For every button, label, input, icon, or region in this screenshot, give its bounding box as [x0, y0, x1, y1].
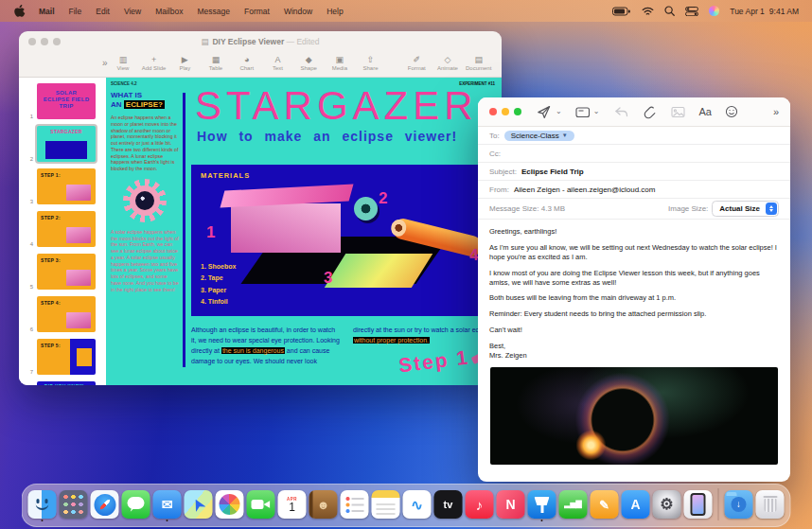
toolbar-button-label: Add Slide [142, 65, 167, 71]
emoji-button[interactable] [725, 105, 738, 118]
slide-thumbnail[interactable]: STEP 5: [37, 339, 96, 375]
dock-icon-calendar[interactable]: APR 1 [277, 490, 308, 522]
slide-thumbnail[interactable]: STEP 4: [37, 296, 96, 332]
toolbar-button-icon: ▤ [474, 55, 483, 64]
send-options-chevron-icon[interactable]: ⌄ [556, 109, 562, 115]
menu-item-app-mail[interactable]: Mail [39, 7, 55, 16]
mail-message-body[interactable]: Greetings, earthlings!As I'm sure you al… [478, 220, 790, 482]
subject-field[interactable]: Subject: Eclipse Field Trip [478, 163, 790, 181]
slide-thumbnail[interactable]: STARGAZER [37, 126, 96, 162]
dock-icon-music[interactable]: ♪ [465, 490, 495, 522]
control-center-icon[interactable] [685, 7, 698, 16]
dock-icon-iphone-mirroring[interactable] [683, 490, 714, 522]
recipient-token[interactable]: Science-Class▼ [504, 131, 574, 141]
menu-item[interactable]: Mailbox [155, 7, 183, 16]
toolbar-button-label: Text [273, 65, 283, 71]
keynote-toolbar-button[interactable]: ▣ Media [324, 55, 355, 71]
dock-icon-maps[interactable] [184, 490, 214, 522]
toolbar-button-label: Shape [300, 65, 316, 71]
toolbar-overflow-chevron-icon[interactable]: » [773, 106, 779, 117]
menu-item[interactable]: View [124, 7, 141, 16]
dock-icon-appletv[interactable]: tv [433, 490, 464, 522]
dock-icon-mail[interactable]: ✉ • [152, 490, 183, 522]
dock-icon-reminders[interactable] [340, 490, 370, 522]
keynote-toolbar-button[interactable]: ◆ Shape [293, 55, 325, 71]
cc-field[interactable]: Cc: [478, 145, 790, 163]
dock-icon-settings[interactable]: ⚙ [652, 490, 682, 522]
from-field[interactable]: From: Aileen Zeigen - aileen.zeigen@iclo… [478, 181, 790, 199]
to-field[interactable]: To: Science-Class▼ [478, 127, 790, 145]
keynote-toolbar-button[interactable]: ▥ View [108, 55, 139, 71]
dock-icon-finder[interactable]: • [27, 490, 58, 522]
menu-item[interactable]: Edit [96, 7, 110, 16]
keynote-toolbar-button[interactable]: ▦ Table [201, 55, 232, 71]
slide-thumbnail[interactable]: STEP 1: [37, 168, 96, 204]
keynote-toolbar-button[interactable]: ▤ Document [463, 55, 494, 71]
document-title: DIY Eclipse Viewer [212, 37, 284, 46]
dock-icon-trash[interactable] [755, 490, 786, 522]
minimize-button[interactable] [502, 108, 509, 115]
header-fields-button[interactable] [575, 106, 591, 118]
close-button[interactable] [489, 108, 497, 115]
solar-eclipse-photo-attachment[interactable] [490, 367, 778, 465]
dock-icon-facetime[interactable] [246, 490, 276, 522]
send-button[interactable] [537, 105, 551, 119]
slide-thumbnail[interactable]: STEP 2: [37, 211, 96, 247]
slide-thumbnail[interactable]: STEP 3: [37, 254, 96, 290]
slide-thumbnail[interactable]: SOLAR ECLIPSE FIELD TRIP [37, 83, 96, 119]
attach-file-button[interactable] [643, 105, 657, 119]
dock-icon-pages[interactable]: ✎ [590, 490, 620, 522]
format-fonts-button[interactable]: Aa [698, 106, 711, 117]
size-row: Message Size: 4.3 MB Image Size: Actual … [478, 199, 790, 220]
slide-thumbnail[interactable]: DID YOU KNOW... [37, 381, 96, 385]
menu-item[interactable]: Help [327, 7, 343, 16]
dock-icon-notes[interactable] [371, 490, 401, 522]
toolbar-button-label: Animate [437, 65, 458, 71]
slide-thumbnail-row: 5 STEP 3: [23, 252, 104, 291]
keynote-titlebar[interactable]: ▤DIY Eclipse Viewer — Edited [19, 31, 502, 51]
slide-number: 2 [23, 156, 33, 164]
apple-menu-icon[interactable] [13, 5, 26, 18]
dock-icon-numbers[interactable]: ▂▅▇ [558, 490, 589, 522]
menu-item[interactable]: Window [284, 7, 312, 16]
menu-item[interactable]: File [69, 7, 82, 16]
keynote-toolbar-button[interactable]: A Text [262, 55, 293, 71]
zoom-button[interactable] [514, 108, 521, 115]
dock-icon-freeform[interactable]: ∿ [402, 490, 432, 522]
message-size-value: 4.3 MB [541, 204, 565, 213]
keynote-toolbar-button[interactable]: ◇ Animate [432, 55, 464, 71]
keynote-toolbar-button[interactable]: ✐ Format [401, 55, 432, 71]
dock-icon-appstore[interactable]: A [621, 490, 651, 522]
dock-icon-photos[interactable] [215, 490, 245, 522]
siri-icon[interactable] [709, 6, 719, 16]
toolbar-button-icon: ◇ [444, 55, 450, 64]
menu-item[interactable]: Format [244, 7, 270, 16]
dock-icon-safari[interactable] [90, 490, 120, 522]
battery-icon[interactable] [612, 7, 631, 16]
keynote-toolbar-button[interactable]: ◕ Chart [231, 55, 262, 71]
dock-icon-news[interactable]: N [496, 490, 526, 522]
toolbar-button-label: Chart [239, 65, 254, 71]
dock-icon-messages[interactable] [121, 490, 151, 522]
keynote-toolbar-button[interactable]: ▶ Play [169, 55, 201, 71]
keynote-slide-canvas[interactable]: SCIENCE 4.2 EXPERIMENT #11 WHAT IS AN EC… [106, 78, 502, 385]
slide-paragraph-eclipse: An eclipse happens when a moon or planet… [111, 115, 179, 172]
search-icon[interactable] [664, 6, 675, 16]
materials-list: 1. Shoebox2. Tape3. Paper4. Tinfoil [201, 261, 236, 308]
header-fields-chevron-icon[interactable]: ⌄ [593, 109, 600, 115]
slide-course-code: SCIENCE 4.2 [111, 81, 137, 86]
menu-item[interactable]: Message [197, 7, 230, 16]
recipient-name: Science-Class [511, 132, 559, 140]
dock-icon-launchpad[interactable] [59, 490, 89, 522]
dock-icon-keynote[interactable]: • [527, 490, 557, 522]
dock-icon-downloads[interactable]: ↓ [724, 490, 754, 522]
dock-icon-contacts[interactable]: ☻ [309, 490, 339, 522]
keynote-toolbar-button[interactable]: + Add Slide [138, 55, 169, 71]
illustration-shoebox [231, 203, 341, 253]
image-size-select[interactable]: Actual Size [712, 201, 779, 217]
menu-bar-clock[interactable]: Tue Apr 19:41 AM [730, 7, 799, 16]
menu-items: FileEditViewMailboxMessageFormatWindowHe… [69, 7, 344, 16]
slide-subtitle: How to make an eclipse viewer! [197, 129, 457, 144]
wifi-icon[interactable] [642, 7, 654, 16]
keynote-toolbar-button[interactable]: ⇧ Share [355, 55, 386, 71]
